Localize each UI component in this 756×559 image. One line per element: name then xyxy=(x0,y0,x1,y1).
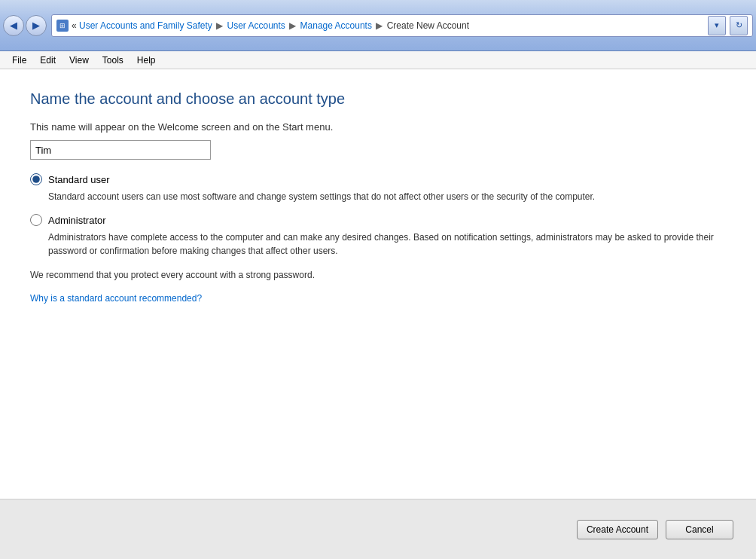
forward-button[interactable]: ▶ xyxy=(26,15,47,36)
recommend-text: We recommend that you protect every acco… xyxy=(30,270,726,280)
administrator-row: Administrator xyxy=(30,214,726,226)
nav-buttons: ◀ ▶ xyxy=(3,15,47,36)
standard-user-desc: Standard account users can use most soft… xyxy=(48,190,726,203)
account-name-input[interactable] xyxy=(30,140,211,160)
breadcrumb: « User Accounts and Family Safety ▶ User… xyxy=(72,20,469,31)
administrator-desc: Administrators have complete access to t… xyxy=(48,231,726,258)
menu-tools[interactable]: Tools xyxy=(96,53,130,67)
administrator-section: Administrator Administrators have comple… xyxy=(30,214,726,258)
breadcrumb-link-user-accounts[interactable]: User Accounts xyxy=(227,20,285,31)
address-icon: ⊞ xyxy=(56,20,69,32)
breadcrumb-link-family-safety[interactable]: User Accounts and Family Safety xyxy=(79,20,212,31)
bottom-bar: Create Account Cancel xyxy=(0,499,756,559)
menu-view[interactable]: View xyxy=(63,53,95,67)
page-title: Name the account and choose an account t… xyxy=(30,90,726,108)
inner-content: Name the account and choose an account t… xyxy=(0,69,756,380)
scroll-panel: Name the account and choose an account t… xyxy=(0,69,756,559)
standard-user-label: Standard user xyxy=(48,174,110,185)
refresh-button[interactable]: ↻ xyxy=(730,16,748,35)
content-wrapper: Name the account and choose an account t… xyxy=(0,69,756,559)
breadcrumb-current: Create New Account xyxy=(387,20,469,31)
why-standard-link[interactable]: Why is a standard account recommended? xyxy=(30,293,202,304)
administrator-label: Administrator xyxy=(48,215,106,226)
breadcrumb-link-manage-accounts[interactable]: Manage Accounts xyxy=(300,20,372,31)
subtitle-text: This name will appear on the Welcome scr… xyxy=(30,121,726,133)
back-button[interactable]: ◀ xyxy=(3,15,24,36)
menu-bar: File Edit View Tools Help xyxy=(0,51,756,69)
menu-edit[interactable]: Edit xyxy=(34,53,62,67)
create-account-button[interactable]: Create Account xyxy=(577,520,658,539)
standard-user-row: Standard user xyxy=(30,173,726,185)
title-bar: ◀ ▶ ⊞ « User Accounts and Family Safety … xyxy=(0,0,756,51)
standard-user-radio[interactable] xyxy=(30,173,42,185)
menu-file[interactable]: File xyxy=(6,53,32,67)
breadcrumb-sep: « xyxy=(72,20,77,31)
address-bar[interactable]: ⊞ « User Accounts and Family Safety ▶ Us… xyxy=(51,14,753,37)
cancel-button[interactable]: Cancel xyxy=(666,520,733,539)
address-dropdown-button[interactable]: ▾ xyxy=(708,16,726,35)
standard-user-section: Standard user Standard account users can… xyxy=(30,173,726,203)
menu-help[interactable]: Help xyxy=(131,53,162,67)
administrator-radio[interactable] xyxy=(30,214,42,226)
